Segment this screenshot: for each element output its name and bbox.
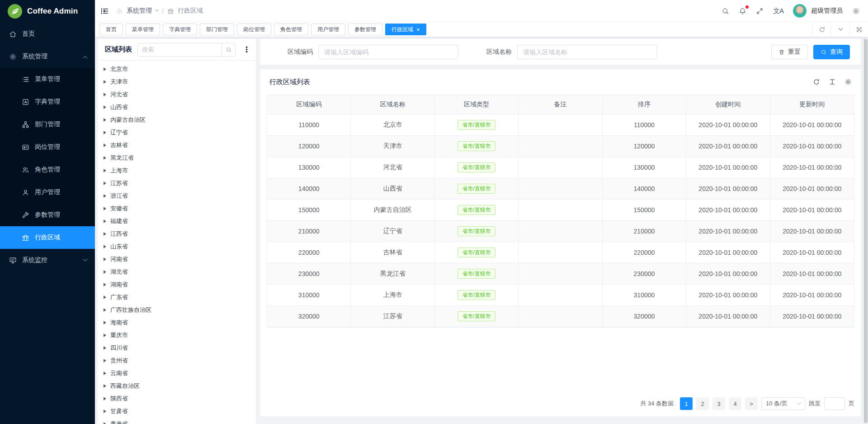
caret-right-icon[interactable] [104, 295, 106, 299]
tree-item[interactable]: 内蒙古自治区 [98, 114, 256, 126]
caret-right-icon[interactable] [104, 118, 106, 122]
tree-item[interactable]: 甘肃省 [98, 405, 256, 418]
tab-item[interactable]: 菜单管理 [126, 24, 160, 35]
tree-item[interactable]: 西藏自治区 [98, 380, 256, 392]
caret-right-icon[interactable] [104, 219, 106, 223]
tree-item[interactable]: 安徽省 [98, 202, 256, 215]
more-options-icon[interactable]: ⋮ [241, 46, 252, 53]
table-row[interactable]: 150000内蒙古自治区省市/直辖市1500002020-10-01 00:00… [267, 200, 854, 221]
caret-right-icon[interactable] [104, 308, 106, 312]
close-icon[interactable]: × [416, 27, 420, 33]
table-row[interactable]: 310000上海市省市/直辖市3100002020-10-01 00:00:00… [267, 285, 854, 306]
caret-right-icon[interactable] [104, 207, 106, 210]
page-button-2[interactable]: 2 [696, 397, 709, 410]
caret-right-icon[interactable] [104, 156, 106, 160]
caret-right-icon[interactable] [104, 346, 106, 350]
code-input[interactable] [318, 45, 458, 59]
tree-item[interactable]: 北京市 [98, 63, 256, 76]
scrollbar-thumb[interactable] [864, 39, 868, 423]
tree-item[interactable]: 云南省 [98, 367, 256, 380]
tree-item[interactable]: 山西省 [98, 101, 256, 114]
caret-right-icon[interactable] [104, 333, 106, 337]
jump-page-input[interactable] [824, 397, 845, 410]
page-button-4[interactable]: 4 [729, 397, 741, 410]
tab-item[interactable]: 字典管理 [163, 24, 197, 35]
breadcrumb-parent[interactable]: 系统管理 [127, 7, 152, 15]
tree-item[interactable]: 广西壮族自治区 [98, 304, 256, 316]
caret-right-icon[interactable] [104, 372, 106, 375]
chevron-down-icon[interactable] [831, 22, 849, 37]
tree-item[interactable]: 海南省 [98, 316, 256, 329]
sidebar-item-home[interactable]: 首页 [0, 23, 95, 45]
sidebar-item-user[interactable]: 用户管理 [0, 181, 95, 204]
sidebar-item-monitor[interactable]: 系统监控 [0, 249, 95, 272]
caret-right-icon[interactable] [104, 93, 106, 96]
caret-right-icon[interactable] [104, 283, 106, 286]
sidebar-item-department[interactable]: 部门管理 [0, 113, 95, 136]
sidebar-item-menu-list[interactable]: 菜单管理 [0, 68, 95, 91]
tree-item[interactable]: 河南省 [98, 253, 256, 266]
tree-search-input[interactable] [138, 43, 222, 56]
caret-right-icon[interactable] [104, 67, 106, 71]
table-row[interactable]: 320000江苏省省市/直辖市3200002020-10-01 00:00:00… [267, 306, 854, 327]
reset-button[interactable]: 重置 [771, 45, 808, 59]
caret-right-icon[interactable] [104, 257, 106, 261]
tree-item[interactable]: 天津市 [98, 76, 256, 88]
tree-item[interactable]: 黑龙江省 [98, 152, 256, 164]
caret-right-icon[interactable] [104, 422, 106, 424]
caret-right-icon[interactable] [104, 397, 106, 400]
page-size-select[interactable]: 10 条/页 [761, 397, 805, 410]
next-page-button[interactable]: > [745, 397, 758, 410]
logo[interactable]: Coffee Admin [0, 0, 95, 23]
tree-item[interactable]: 山东省 [98, 240, 256, 253]
column-settings-gear-icon[interactable] [844, 78, 852, 86]
tree-item[interactable]: 四川省 [98, 342, 256, 354]
table-row[interactable]: 130000河北省省市/直辖市1300002020-10-01 00:00:00… [267, 157, 854, 178]
table-row[interactable]: 110000北京市省市/直辖市1100002020-10-01 00:00:00… [267, 114, 854, 136]
tree-item[interactable]: 重庆市 [98, 329, 256, 342]
tab-item[interactable]: 角色管理 [274, 24, 308, 35]
tab-item[interactable]: 用户管理 [311, 24, 345, 35]
sidebar-item-system[interactable]: 系统管理 [0, 45, 95, 68]
table-row[interactable]: 140000山西省省市/直辖市1400002020-10-01 00:00:00… [267, 178, 854, 200]
page-button-1[interactable]: 1 [680, 397, 693, 410]
menu-fold-icon[interactable] [100, 7, 109, 15]
caret-right-icon[interactable] [104, 194, 106, 198]
search-icon[interactable] [722, 7, 729, 15]
tree-item[interactable]: 上海市 [98, 164, 256, 177]
caret-right-icon[interactable] [104, 169, 106, 172]
sidebar-item-bank[interactable]: 行政区域 [0, 226, 95, 249]
caret-right-icon[interactable] [104, 410, 106, 413]
page-button-3[interactable]: 3 [712, 397, 725, 410]
tree-item[interactable]: 辽宁省 [98, 126, 256, 139]
tree-item[interactable]: 浙江省 [98, 190, 256, 202]
tree-item[interactable]: 福建省 [98, 215, 256, 228]
caret-right-icon[interactable] [104, 181, 106, 185]
user-menu[interactable]: 超级管理员 [793, 4, 843, 18]
bell-icon[interactable] [739, 7, 746, 15]
search-icon[interactable] [222, 43, 235, 56]
tree-item[interactable]: 河北省 [98, 88, 256, 101]
caret-right-icon[interactable] [104, 245, 106, 248]
fullscreen-icon[interactable] [756, 7, 764, 15]
translate-icon[interactable]: 文A [773, 7, 783, 15]
caret-right-icon[interactable] [104, 359, 106, 362]
tree-item[interactable]: 湖北省 [98, 266, 256, 278]
tree-item[interactable]: 江西省 [98, 228, 256, 240]
query-button[interactable]: 查询 [813, 45, 850, 59]
tree-item[interactable]: 青海省 [98, 418, 256, 424]
vertical-scrollbar[interactable] [863, 38, 868, 424]
caret-right-icon[interactable] [104, 105, 106, 109]
caret-right-icon[interactable] [104, 232, 106, 236]
tree-item[interactable]: 湖南省 [98, 278, 256, 291]
caret-right-icon[interactable] [104, 321, 106, 324]
refresh-icon[interactable] [812, 22, 831, 37]
caret-right-icon[interactable] [104, 80, 106, 84]
tree-item[interactable]: 吉林省 [98, 139, 256, 152]
table-row[interactable]: 220000吉林省省市/直辖市2200002020-10-01 00:00:00… [267, 242, 854, 263]
sidebar-item-dictionary[interactable]: 字典管理 [0, 91, 95, 113]
tree-item[interactable]: 陕西省 [98, 392, 256, 405]
tab-item[interactable]: 参数管理 [348, 24, 382, 35]
tab-item[interactable]: 行政区域× [385, 24, 426, 35]
caret-right-icon[interactable] [104, 384, 106, 388]
